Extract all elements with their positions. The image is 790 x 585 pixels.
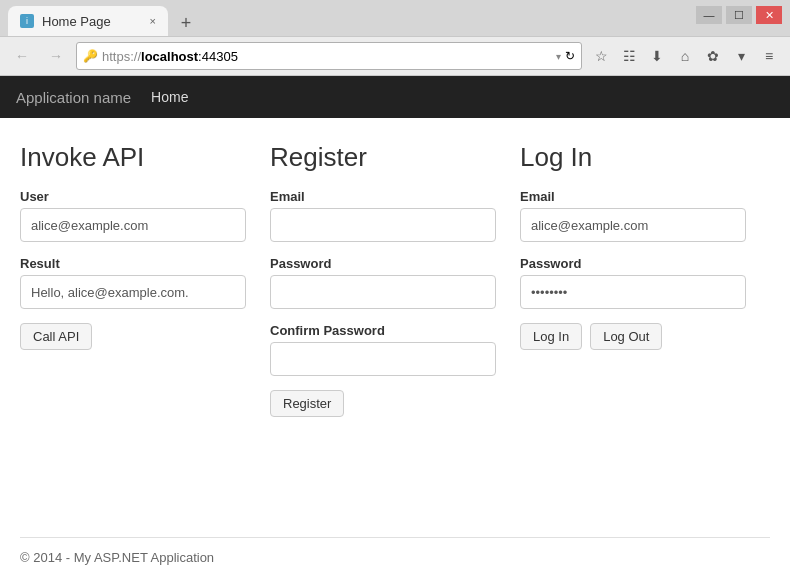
- lock-icon: 🔑: [83, 49, 98, 63]
- browser-window: i Home Page × + — ☐ ✕ ← → 🔑 https://loca…: [0, 0, 790, 585]
- register-password-input[interactable]: [270, 275, 496, 309]
- login-buttons-row: Log In Log Out: [520, 323, 746, 350]
- login-email-input[interactable]: [520, 208, 746, 242]
- host-text: localhost: [141, 49, 198, 64]
- login-email-field-group: Email: [520, 189, 746, 242]
- register-email-input[interactable]: [270, 208, 496, 242]
- window-controls: — ☐ ✕: [696, 6, 782, 24]
- login-password-input[interactable]: [520, 275, 746, 309]
- clipboard-icon[interactable]: ☷: [616, 43, 642, 69]
- forward-button[interactable]: →: [42, 43, 70, 69]
- register-confirm-label: Confirm Password: [270, 323, 496, 338]
- dropdown-icon[interactable]: ▾: [728, 43, 754, 69]
- result-label: Result: [20, 256, 246, 271]
- register-confirm-input[interactable]: [270, 342, 496, 376]
- register-confirm-field-group: Confirm Password: [270, 323, 496, 376]
- call-api-button[interactable]: Call API: [20, 323, 92, 350]
- flower-icon[interactable]: ✿: [700, 43, 726, 69]
- user-label: User: [20, 189, 246, 204]
- new-tab-button[interactable]: +: [172, 12, 200, 34]
- tab-favicon-icon: i: [20, 14, 34, 28]
- download-icon[interactable]: ⬇: [644, 43, 670, 69]
- address-dropdown-icon[interactable]: ▾: [556, 51, 561, 62]
- login-email-label: Email: [520, 189, 746, 204]
- register-password-field-group: Password: [270, 256, 496, 309]
- browser-toolbar: ← → 🔑 https://localhost:44305 ▾ ↻ ☆ ☷ ⬇ …: [0, 36, 790, 76]
- register-password-label: Password: [270, 256, 496, 271]
- register-section: Register Email Password Confirm Password…: [270, 142, 520, 529]
- refresh-icon[interactable]: ↻: [565, 49, 575, 63]
- tab-close-button[interactable]: ×: [150, 15, 156, 27]
- result-value: Hello, alice@example.com.: [20, 275, 246, 309]
- app-navbar: Application name Home: [0, 76, 790, 118]
- minimize-button[interactable]: —: [696, 6, 722, 24]
- register-button[interactable]: Register: [270, 390, 344, 417]
- browser-titlebar: i Home Page × + — ☐ ✕: [0, 0, 790, 36]
- app-container: Application name Home Invoke API User Re…: [0, 76, 790, 585]
- result-field-group: Result Hello, alice@example.com.: [20, 256, 246, 309]
- browser-tab[interactable]: i Home Page ×: [8, 6, 168, 36]
- close-button[interactable]: ✕: [756, 6, 782, 24]
- toolbar-icons: ☆ ☷ ⬇ ⌂ ✿ ▾ ≡: [588, 43, 782, 69]
- invoke-api-section: Invoke API User Result Hello, alice@exam…: [20, 142, 270, 529]
- login-password-field-group: Password: [520, 256, 746, 309]
- login-button[interactable]: Log In: [520, 323, 582, 350]
- address-text: https://localhost:44305: [102, 49, 552, 64]
- app-content: Invoke API User Result Hello, alice@exam…: [0, 118, 790, 585]
- sections-row: Invoke API User Result Hello, alice@exam…: [20, 142, 770, 529]
- login-password-label: Password: [520, 256, 746, 271]
- login-title: Log In: [520, 142, 746, 173]
- home-icon[interactable]: ⌂: [672, 43, 698, 69]
- login-section: Log In Email Password Log In Log Out: [520, 142, 770, 529]
- user-field-group: User: [20, 189, 246, 242]
- user-input[interactable]: [20, 208, 246, 242]
- register-email-field-group: Email: [270, 189, 496, 242]
- invoke-api-title: Invoke API: [20, 142, 246, 173]
- address-bar-container[interactable]: 🔑 https://localhost:44305 ▾ ↻: [76, 42, 582, 70]
- back-button[interactable]: ←: [8, 43, 36, 69]
- register-title: Register: [270, 142, 496, 173]
- protocol-text: https://: [102, 49, 141, 64]
- menu-icon[interactable]: ≡: [756, 43, 782, 69]
- bookmark-icon[interactable]: ☆: [588, 43, 614, 69]
- nav-home-link[interactable]: Home: [151, 89, 188, 105]
- tab-label: Home Page: [42, 14, 111, 29]
- port-text: :44305: [198, 49, 238, 64]
- maximize-button[interactable]: ☐: [726, 6, 752, 24]
- footer: © 2014 - My ASP.NET Application: [20, 537, 770, 569]
- footer-text: © 2014 - My ASP.NET Application: [20, 550, 214, 565]
- logout-button[interactable]: Log Out: [590, 323, 662, 350]
- app-name: Application name: [16, 89, 131, 106]
- register-email-label: Email: [270, 189, 496, 204]
